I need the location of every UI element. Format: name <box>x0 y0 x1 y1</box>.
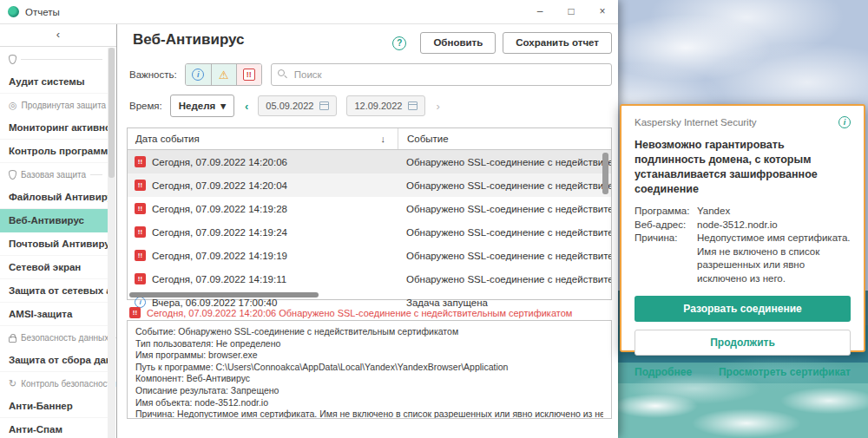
search-input[interactable] <box>271 63 612 86</box>
sidebar-item-amsi-protection[interactable]: AMSI-защита <box>0 303 108 326</box>
critical-icon: !! <box>135 180 146 191</box>
save-report-button[interactable]: Сохранить отчет <box>503 32 612 54</box>
shield-icon <box>9 55 16 64</box>
sort-desc-icon[interactable]: ↓ <box>381 134 398 144</box>
severity-info-toggle[interactable]: i <box>186 64 211 85</box>
detail-line: Причина: Недопустимое имя сертификата. И… <box>135 409 603 419</box>
table-row[interactable]: !!Сегодня, 07.09.2022 14:19:24Обнаружено… <box>128 220 611 244</box>
period-dropdown[interactable]: Неделя▾ <box>170 95 234 117</box>
detail-line: Событие: Обнаружено SSL-соединение с нед… <box>135 326 603 338</box>
shield-icon <box>9 170 16 180</box>
terminate-connection-button[interactable]: Разорвать соединение <box>635 296 851 322</box>
search-box <box>271 63 612 86</box>
table-row[interactable]: !!Сегодня, 07.09.2022 14:19:28Обнаружено… <box>128 197 611 220</box>
critical-icon: !! <box>135 250 146 261</box>
sidebar-item-mail-antivirus[interactable]: Почтовый Антивирус <box>0 232 108 256</box>
severity-warning-toggle[interactable]: ⚠ <box>211 64 236 85</box>
sidebar-section-advanced: ◎Продвинутая защита <box>0 94 108 116</box>
detail-line: Путь к программе: C:\Users\Connoakca\App… <box>135 362 603 374</box>
detail-panel: Событие: Обнаружено SSL-соединение с нед… <box>127 320 612 419</box>
sidebar: ‹ Аудит системы ◎Продвинутая защита Мони… <box>0 24 117 438</box>
sidebar-item-application-control[interactable]: Контроль программ <box>0 140 108 163</box>
sidebar-scrollbar[interactable] <box>108 48 115 438</box>
sidebar-item-activity-monitoring[interactable]: Мониторинг активности <box>0 116 108 140</box>
search-icon <box>278 69 285 76</box>
sidebar-item-data-collection-protection[interactable]: Защита от сбора данных <box>0 349 108 372</box>
advanced-protection-icon: ◎ <box>9 101 17 110</box>
close-button[interactable]: × <box>587 0 618 24</box>
sidebar-scrollbar-thumb[interactable] <box>108 48 115 178</box>
minimize-button[interactable]: – <box>524 0 556 24</box>
kaspersky-logo-icon <box>8 6 19 17</box>
sidebar-item-firewall[interactable]: Сетевой экран <box>0 256 108 279</box>
window-title: Отчеты <box>25 7 60 17</box>
popup-field-reason: Причина:Недопустимое имя сертификата. Им… <box>635 232 851 285</box>
critical-icon: !! <box>243 69 255 81</box>
critical-icon: !! <box>135 226 146 238</box>
sidebar-item-web-antivirus[interactable]: Веб-Антивирус <box>0 209 108 232</box>
continue-button[interactable]: Продолжить <box>635 330 851 356</box>
severity-filter-group: i ⚠ !! <box>185 63 262 86</box>
sidebar-item-anti-banner[interactable]: Анти-Баннер <box>0 395 108 418</box>
info-icon: i <box>192 69 204 81</box>
details-link[interactable]: Подробнее <box>635 366 692 378</box>
chevron-down-icon: ▾ <box>220 95 226 116</box>
sidebar-section-security-control: ↻Контроль безопасности <box>0 372 108 395</box>
column-header-event[interactable]: Событие <box>398 128 611 149</box>
events-table: Дата события↓ Событие !!Сегодня, 07.09.2… <box>127 127 612 300</box>
date-to-field[interactable]: 12.09.2022 <box>346 95 425 116</box>
sidebar-item-anti-spam[interactable]: Анти-Спам <box>0 418 108 438</box>
sidebar-section-basic: Базовая защита <box>0 163 108 186</box>
help-icon[interactable]: ? <box>392 36 406 50</box>
detail-line: Имя объекта: node-3512.nodr.io <box>135 397 603 409</box>
critical-icon: !! <box>135 156 146 167</box>
lock-icon <box>9 337 16 343</box>
main-panel: Веб-Антивирус ? Обновить Сохранить отчет… <box>118 24 618 438</box>
column-header-date[interactable]: Дата события↓ <box>128 128 398 149</box>
detail-line: Тип пользователя: Не определено <box>135 338 603 350</box>
page-title: Веб-Антивирус <box>133 31 245 49</box>
detail-line: Описание результата: Запрещено <box>135 385 603 397</box>
severity-critical-toggle[interactable]: !! <box>236 64 261 85</box>
prev-period-button[interactable]: ‹ <box>245 100 248 113</box>
importance-label: Важность: <box>129 69 177 80</box>
time-label: Время: <box>129 101 162 111</box>
table-row[interactable]: !!Сегодня, 07.09.2022 14:19:11Обнаружено… <box>128 267 611 291</box>
sidebar-item-system-audit[interactable]: Аудит системы <box>0 70 108 94</box>
next-period-button[interactable]: › <box>436 100 439 113</box>
table-horizontal-scrollbar[interactable] <box>129 292 319 297</box>
sidebar-item-file-antivirus[interactable]: Файловый Антивирус <box>0 186 108 209</box>
table-row[interactable]: !!Сегодня, 07.09.2022 14:20:06Обнаружено… <box>128 150 611 173</box>
popup-field-program: Программа:Yandex <box>635 205 851 219</box>
detail-line: Имя программы: browser.exe <box>135 350 603 362</box>
popup-app-name: Kaspersky Internet Security <box>635 117 757 127</box>
info-icon[interactable]: i <box>838 116 851 128</box>
view-certificate-link[interactable]: Просмотреть сертификат <box>719 366 851 378</box>
detail-header: !! Сегодня, 07.09.2022 14:20:06 Обнаруже… <box>129 307 572 318</box>
detail-line: Компонент: Веб-Антивирус <box>135 373 603 385</box>
sidebar-section-top <box>0 48 108 70</box>
calendar-icon <box>319 101 329 110</box>
popup-field-web-address: Веб-адрес:node-3512.nodr.io <box>635 219 851 232</box>
sidebar-collapse-button[interactable]: ‹ <box>0 24 116 47</box>
critical-icon: !! <box>135 203 146 214</box>
date-from-field[interactable]: 05.09.2022 <box>258 95 337 116</box>
table-row[interactable]: !!Сегодня, 07.09.2022 14:20:04Обнаружено… <box>128 173 611 197</box>
sidebar-item-network-attack-protection[interactable]: Защита от сетевых атак <box>0 279 108 303</box>
critical-icon: !! <box>129 307 141 318</box>
critical-icon: !! <box>135 273 146 284</box>
table-row[interactable]: !!Сегодня, 07.09.2022 14:19:19Обнаружено… <box>128 244 611 267</box>
calendar-icon <box>408 101 418 110</box>
sidebar-section-data-security: Безопасность данных <box>0 326 108 349</box>
table-vertical-scrollbar[interactable] <box>602 153 608 194</box>
security-notification-popup: Kaspersky Internet Security i Невозможно… <box>620 104 865 352</box>
refresh-button[interactable]: Обновить <box>420 32 496 54</box>
popup-title: Невозможно гарантировать подлинность дом… <box>635 138 851 197</box>
table-header: Дата события↓ Событие <box>128 128 611 150</box>
maximize-button[interactable]: □ <box>556 0 587 24</box>
titlebar[interactable]: Отчеты – □ × <box>0 0 618 24</box>
reports-window: Отчеты – □ × ‹ Аудит системы ◎Продвинута… <box>0 0 618 438</box>
warning-icon: ⚠ <box>219 69 229 81</box>
refresh-icon: ↻ <box>9 379 16 389</box>
